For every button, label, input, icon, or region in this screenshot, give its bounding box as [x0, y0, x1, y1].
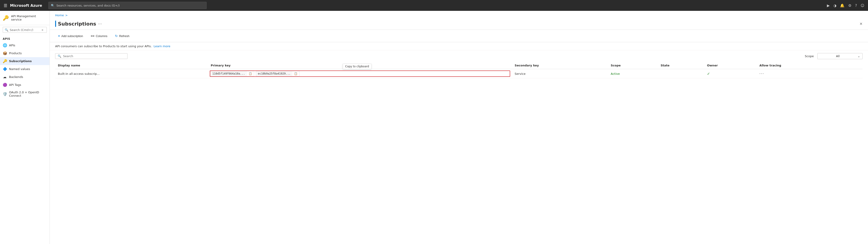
sidebar-item-backends[interactable]: ☁️ Backends — [0, 73, 50, 81]
service-icon: 🔑 — [3, 15, 9, 21]
add-subscription-button[interactable]: + Add subscription — [55, 33, 86, 39]
sidebar: 🔑 API Management service 🔍 Search (Cmd+/… — [0, 11, 50, 244]
sidebar-item-named-values[interactable]: 🔷 Named values — [0, 65, 50, 73]
subscriptions-icon: 🔑 — [3, 59, 7, 63]
col-primary-key: Primary key — [208, 62, 512, 69]
breadcrumb-separator: > — [65, 13, 68, 17]
info-bar: API consumers can subscribe to Products … — [50, 42, 868, 50]
primary-key-cell: 110d5f149f664a10a... 📋 — [210, 71, 254, 77]
filter-bar: 🔍 Search Scope All ⌄ — [50, 50, 868, 62]
learn-more-link[interactable]: Learn more — [153, 44, 170, 48]
cell-owner — [658, 69, 704, 79]
bell-icon[interactable]: 🔔 — [840, 3, 844, 8]
sidebar-item-label: Backends — [9, 75, 23, 79]
secondary-key-value: ec10b9a25f8a41929... — [256, 71, 292, 77]
smiley-icon[interactable]: ☺ — [861, 3, 864, 8]
sidebar-collapse-btn[interactable]: « — [41, 28, 43, 32]
service-header: 🔑 API Management service — [0, 11, 50, 25]
sidebar-item-label: OAuth 2.0 + OpenID Connect — [9, 91, 47, 97]
api-tags-icon: 🟣 — [3, 83, 7, 87]
subscriptions-table: Display name Primary key Secondary key S… — [55, 62, 863, 79]
terminal-icon[interactable]: ▶ — [827, 3, 830, 8]
oauth-icon: 🛡️ — [3, 92, 7, 96]
sidebar-item-oauth[interactable]: 🛡️ OAuth 2.0 + OpenID Connect — [0, 89, 50, 99]
cell-display-name: Built-in all-access subscrip... — [55, 69, 208, 79]
sidebar-item-apis[interactable]: 🌐 APIs — [0, 41, 50, 49]
add-icon: + — [58, 34, 60, 38]
col-owner: Owner — [704, 62, 757, 69]
sidebar-item-label: APIs — [9, 43, 15, 47]
col-secondary-key: Secondary key — [512, 62, 608, 69]
sidebar-item-label: API Tags — [9, 83, 21, 87]
search-icon: 🔍 — [51, 4, 55, 7]
table-header-row: Display name Primary key Secondary key S… — [55, 62, 863, 69]
sidebar-search[interactable]: 🔍 Search (Cmd+/) « — [3, 27, 47, 33]
secondary-key-cell: ec10b9a25f8a41929... 📋 — [256, 71, 300, 77]
chevron-down-icon: ⌄ — [858, 55, 860, 58]
columns-button[interactable]: ≡≡ Columns — [88, 33, 110, 39]
sidebar-item-label: Products — [9, 52, 22, 55]
cell-keys: Copy to clipboard 110d5f149f664a10a... 📋… — [208, 69, 512, 79]
sidebar-item-products[interactable]: 📦 Products — [0, 49, 50, 57]
allow-tracing-checkmark: ✓ — [707, 72, 710, 76]
page-header: Subscriptions ··· ✕ — [50, 17, 868, 30]
backends-icon: ☁️ — [3, 75, 7, 79]
named-values-icon: 🔷 — [3, 67, 7, 71]
cloud-upload-icon[interactable]: ◑ — [833, 3, 837, 8]
cell-allow-tracing: ✓ — [704, 69, 757, 79]
gear-icon[interactable]: ⚙ — [848, 3, 851, 8]
toolbar: + Add subscription ≡≡ Columns ↻ Refresh — [50, 30, 868, 42]
topbar: ☰ Microsoft Azure 🔍 Search resources, se… — [0, 0, 868, 11]
col-scope: Scope — [608, 62, 658, 69]
sidebar-item-subscriptions[interactable]: 🔑 Subscriptions — [0, 57, 50, 65]
col-state: State — [658, 62, 704, 69]
col-display-name: Display name — [55, 62, 208, 69]
cell-row-actions: ··· — [757, 69, 845, 79]
breadcrumb: Home > — [50, 11, 868, 17]
scope-label: Scope — [805, 55, 814, 58]
refresh-button[interactable]: ↻ Refresh — [112, 33, 132, 39]
columns-icon: ≡≡ — [91, 34, 94, 38]
products-icon: 📦 — [3, 51, 7, 55]
page-title-bar: Subscriptions ··· — [55, 21, 857, 27]
secondary-key-copy-btn[interactable]: 📋 — [292, 71, 300, 77]
global-search[interactable]: 🔍 Search resources, services, and docs (… — [49, 2, 207, 9]
title-divider — [55, 21, 56, 27]
row-more-btn[interactable]: ··· — [760, 72, 764, 76]
main-content: Home > Subscriptions ··· ✕ + Add subscri… — [50, 11, 868, 244]
breadcrumb-home[interactable]: Home — [55, 13, 64, 17]
sidebar-item-label: Named values — [9, 67, 30, 71]
primary-key-value: 110d5f149f664a10a... — [210, 71, 247, 77]
sidebar-item-api-tags[interactable]: 🟣 API Tags — [0, 81, 50, 89]
sidebar-item-label: Subscriptions — [9, 59, 32, 63]
question-icon[interactable]: ? — [855, 3, 857, 8]
state-badge: Active — [611, 72, 620, 75]
service-name: API Management service — [11, 14, 47, 21]
topbar-icons: ▶ ◑ 🔔 ⚙ ? ☺ — [827, 3, 864, 8]
sidebar-section-label: APIs — [0, 35, 50, 41]
apis-icon: 🌐 — [3, 43, 7, 48]
col-allow-tracing: Allow tracing — [757, 62, 845, 69]
subscriptions-table-container: Display name Primary key Secondary key S… — [50, 62, 868, 79]
cell-state: Active — [608, 69, 658, 79]
layout: 🔑 API Management service 🔍 Search (Cmd+/… — [0, 11, 868, 244]
table-row: Built-in all-access subscrip... Copy to … — [55, 69, 863, 79]
sidebar-search-icon: 🔍 — [5, 28, 8, 32]
search-filter-icon: 🔍 — [58, 55, 61, 58]
page-title: Subscriptions — [58, 21, 96, 27]
primary-key-copy-btn[interactable]: 📋 — [247, 71, 254, 77]
refresh-icon: ↻ — [115, 34, 118, 38]
close-button[interactable]: ✕ — [860, 22, 863, 26]
search-filter[interactable]: 🔍 Search — [55, 53, 127, 59]
col-actions — [845, 62, 863, 69]
cell-scope-value: Service — [512, 69, 608, 79]
hamburger-icon[interactable]: ☰ — [4, 3, 7, 8]
keys-highlight-box: Copy to clipboard 110d5f149f664a10a... 📋… — [210, 70, 510, 77]
scope-value: All — [836, 55, 839, 58]
app-logo: Microsoft Azure — [10, 3, 42, 8]
page-options-btn[interactable]: ··· — [98, 22, 102, 26]
scope-dropdown[interactable]: All ⌄ — [817, 53, 863, 59]
